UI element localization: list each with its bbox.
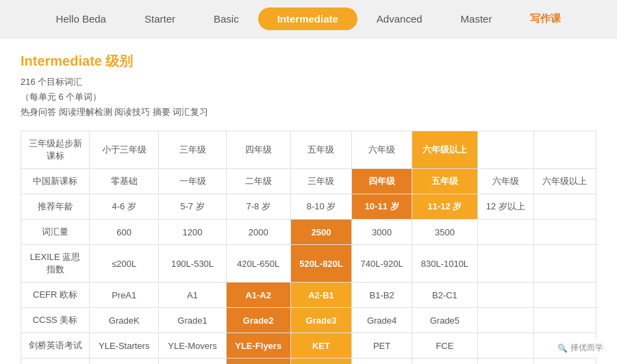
table-cell-4-1: 190L-530L <box>159 245 226 283</box>
nav-item-intermediate[interactable]: Intermediate <box>258 8 357 30</box>
navigation: Hello BedaStarterBasicIntermediateAdvanc… <box>0 0 617 38</box>
table-cell-6-2: Grade2 <box>226 308 290 333</box>
table-cell-8-2: Grade2 <box>226 359 290 364</box>
table-cell-1-3: 三年级 <box>290 169 351 194</box>
watermark-icon: 🔍 <box>557 343 568 353</box>
row-header-3: 词汇量 <box>21 220 90 245</box>
table-row: CEFR 欧标PreA1A1A1-A2A2-B1B1-B2B2-C1 <box>21 283 596 308</box>
table-cell-5-6 <box>477 283 533 308</box>
table-cell-1-7: 六年级以上 <box>533 169 596 194</box>
table-cell-1-1: 一年级 <box>159 169 226 194</box>
row-header-6: CCSS 美标 <box>21 308 90 333</box>
nav-item-basic[interactable]: Basic <box>194 8 258 30</box>
table-cell-0-3: 五年级 <box>290 131 351 169</box>
row-header-2: 推荐年龄 <box>21 194 90 220</box>
table-row: 词汇量60012002000250030003500 <box>21 220 596 245</box>
table-cell-6-0: GradeK <box>90 308 159 333</box>
page-subtitle: 216 个目标词汇 （每单元 6 个单词） 热身问答 阅读理解检测 阅读技巧 摘… <box>21 75 596 120</box>
table-cell-3-2: 2000 <box>226 220 290 245</box>
table-cell-2-4: 10-11 岁 <box>352 194 412 220</box>
subtitle-line2: （每单元 6 个单词） <box>21 92 101 102</box>
table-row: CCSS 美标GradeKGrade1Grade2Grade3Grade4Gra… <box>21 308 596 333</box>
nav-item-advanced[interactable]: Advanced <box>357 8 442 30</box>
table-cell-4-7 <box>533 245 596 283</box>
table-cell-7-0: YLE-Starters <box>90 333 159 359</box>
table-cell-5-7 <box>533 283 596 308</box>
table-cell-1-6: 六年级 <box>477 169 533 194</box>
table-cell-7-4: PET <box>352 333 412 359</box>
table-cell-0-0: 小于三年级 <box>90 131 159 169</box>
table-cell-5-2: A1-A2 <box>226 283 290 308</box>
table-cell-1-0: 零基础 <box>90 169 159 194</box>
table-cell-0-4: 六年级 <box>352 131 412 169</box>
table-cell-5-5: B2-C1 <box>412 283 477 308</box>
table-cell-3-6 <box>477 220 533 245</box>
table-cell-6-1: Grade1 <box>159 308 226 333</box>
table-cell-0-1: 三年级 <box>159 131 226 169</box>
table-cell-7-5: FCE <box>412 333 477 359</box>
nav-item-master[interactable]: Master <box>442 8 512 30</box>
table-cell-8-6 <box>477 359 533 364</box>
table-cell-7-1: YLE-Movers <box>159 333 226 359</box>
table-cell-7-2: YLE-Flyers <box>226 333 290 359</box>
table-row: 推荐年龄4-6 岁5-7 岁7-8 岁8-10 岁10-11 岁11-12 岁1… <box>21 194 596 220</box>
nav-item-hello-beda[interactable]: Hello Beda <box>37 8 125 30</box>
table-cell-3-3: 2500 <box>290 220 351 245</box>
table-cell-3-4: 3000 <box>352 220 412 245</box>
subtitle-line3: 热身问答 阅读理解检测 阅读技巧 摘要 词汇复习 <box>21 107 208 117</box>
table-cell-2-0: 4-6 岁 <box>90 194 159 220</box>
level-table: 三年级起步新课标小于三年级三年级四年级五年级六年级六年级以上中国新课标零基础一年… <box>21 131 596 364</box>
table-row: 三年级起步新课标小于三年级三年级四年级五年级六年级六年级以上 <box>21 131 596 169</box>
table-cell-8-3: Grade3 <box>290 359 351 364</box>
table-cell-0-6 <box>477 131 533 169</box>
table-cell-2-2: 7-8 岁 <box>226 194 290 220</box>
row-header-0: 三年级起步新课标 <box>21 131 90 169</box>
row-header-1: 中国新课标 <box>21 169 90 194</box>
table-cell-1-5: 五年级 <box>412 169 477 194</box>
table-cell-3-1: 1200 <box>159 220 226 245</box>
table-cell-0-7 <box>533 131 596 169</box>
table-cell-5-1: A1 <box>159 283 226 308</box>
table-cell-2-3: 8-10 岁 <box>290 194 351 220</box>
table-cell-4-0: ≤200L <box>90 245 159 283</box>
table-cell-6-5: Grade5 <box>412 308 477 333</box>
table-cell-6-4: Grade4 <box>352 308 412 333</box>
row-header-8: Reading wonders <box>21 359 90 364</box>
page-title: Intermediate 级别 <box>21 52 596 70</box>
table-row: Reading wondersGradeKGrade1Grade2Grade3G… <box>21 359 596 364</box>
table-cell-6-6 <box>477 308 533 333</box>
table-cell-8-0: GradeK <box>90 359 159 364</box>
table-cell-7-6 <box>477 333 533 359</box>
table-cell-0-5: 六年级以上 <box>412 131 477 169</box>
subtitle-line1: 216 个目标词汇 <box>21 77 82 87</box>
table-cell-5-4: B1-B2 <box>352 283 412 308</box>
table-cell-6-3: Grade3 <box>290 308 351 333</box>
row-header-5: CEFR 欧标 <box>21 283 90 308</box>
table-cell-7-3: KET <box>290 333 351 359</box>
table-cell-8-5: Grade5 <box>412 359 477 364</box>
nav-item-写作课[interactable]: 写作课 <box>511 7 580 31</box>
table-cell-1-2: 二年级 <box>226 169 290 194</box>
table-cell-4-3: 520L-820L <box>290 245 351 283</box>
watermark-text: 择优而学 <box>570 342 603 354</box>
table-cell-3-5: 3500 <box>412 220 477 245</box>
table-cell-5-0: PreA1 <box>90 283 159 308</box>
table-cell-2-1: 5-7 岁 <box>159 194 226 220</box>
table-cell-4-2: 420L-650L <box>226 245 290 283</box>
table-cell-2-5: 11-12 岁 <box>412 194 477 220</box>
table-cell-5-3: A2-B1 <box>290 283 351 308</box>
table-cell-8-7 <box>533 359 596 364</box>
table-cell-8-1: Grade1 <box>159 359 226 364</box>
table-row: 中国新课标零基础一年级二年级三年级四年级五年级六年级六年级以上 <box>21 169 596 194</box>
main-content: Intermediate 级别 216 个目标词汇 （每单元 6 个单词） 热身… <box>0 38 617 364</box>
table-cell-3-7 <box>533 220 596 245</box>
row-header-4: LEXILE 蓝思指数 <box>21 245 90 283</box>
nav-item-starter[interactable]: Starter <box>125 8 194 30</box>
table-cell-8-4: Grade4 <box>352 359 412 364</box>
table-row: LEXILE 蓝思指数≤200L190L-530L420L-650L520L-8… <box>21 245 596 283</box>
table-cell-0-2: 四年级 <box>226 131 290 169</box>
table-cell-4-6 <box>477 245 533 283</box>
row-header-7: 剑桥英语考试 <box>21 333 90 359</box>
watermark: 🔍 择优而学 <box>551 339 610 357</box>
table-cell-4-5: 830L-1010L <box>412 245 477 283</box>
